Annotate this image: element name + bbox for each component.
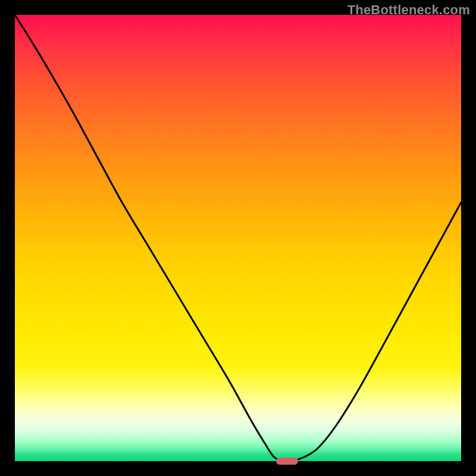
- bottleneck-curve: [15, 15, 461, 461]
- curve-path: [15, 15, 461, 461]
- chart-container: TheBottleneck.com: [0, 0, 476, 476]
- plot-area: [15, 15, 461, 461]
- valley-marker: [276, 458, 299, 464]
